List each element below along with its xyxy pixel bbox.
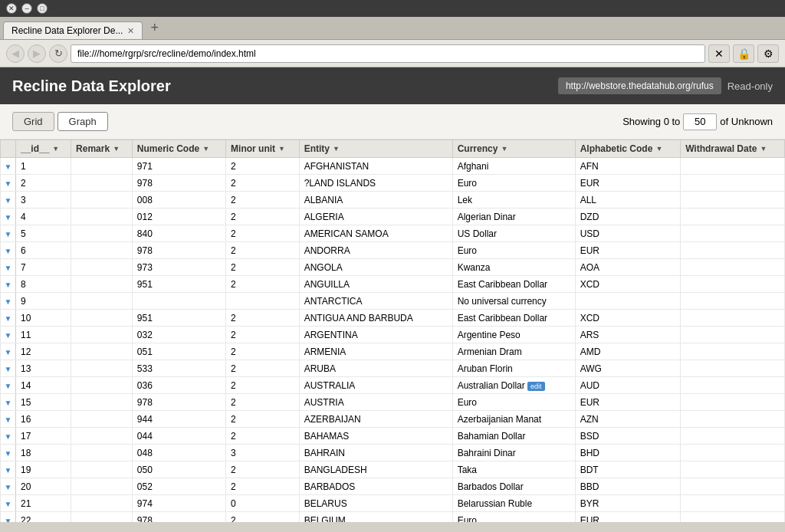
- cell-entity: ARMENIA: [299, 343, 452, 360]
- col-currency-filter-icon[interactable]: ▼: [501, 145, 507, 153]
- row-arrow-icon[interactable]: ▼: [5, 365, 12, 373]
- row-arrow-icon[interactable]: ▼: [5, 281, 12, 289]
- row-expand-cell[interactable]: ▼: [1, 411, 16, 428]
- new-tab-button[interactable]: +: [147, 20, 162, 36]
- header-right: http://webstore.thedatahub.org/rufus Rea…: [558, 77, 773, 94]
- row-expand-cell[interactable]: ▼: [1, 209, 16, 225]
- row-expand-cell[interactable]: ▼: [1, 445, 16, 461]
- row-arrow-icon[interactable]: ▼: [5, 432, 12, 441]
- row-expand-cell[interactable]: ▼: [1, 343, 16, 360]
- cell-numeric-code: 978: [132, 175, 225, 192]
- row-expand-cell[interactable]: ▼: [1, 276, 16, 293]
- table-row: ▼ 22 978 2 BELGIUM Euro EUR: [1, 512, 785, 523]
- cell-numeric-code: 048: [132, 445, 225, 461]
- row-arrow-icon[interactable]: ▼: [5, 415, 12, 424]
- row-expand-cell[interactable]: ▼: [1, 478, 16, 495]
- row-expand-cell[interactable]: ▼: [1, 175, 16, 192]
- forward-button[interactable]: ▶: [28, 44, 46, 63]
- row-expand-cell[interactable]: ▼: [1, 428, 16, 445]
- row-expand-cell[interactable]: ▼: [1, 293, 16, 310]
- settings-icon[interactable]: ⚙: [757, 44, 779, 63]
- graph-button[interactable]: Graph: [57, 112, 108, 131]
- row-arrow-icon[interactable]: ▼: [5, 213, 12, 222]
- col-header-numeric-code[interactable]: Numeric Code ▼: [132, 140, 225, 158]
- data-url-display: http://webstore.thedatahub.org/rufus: [558, 77, 721, 94]
- edit-badge[interactable]: edit: [527, 382, 545, 391]
- tab-close-button[interactable]: ✕: [127, 26, 134, 36]
- row-expand-cell[interactable]: ▼: [1, 377, 16, 394]
- col-header-currency[interactable]: Currency ▼: [452, 140, 575, 158]
- row-arrow-icon[interactable]: ▼: [5, 297, 12, 306]
- minimize-button[interactable]: –: [21, 3, 32, 14]
- grid-button[interactable]: Grid: [12, 112, 54, 131]
- row-arrow-icon[interactable]: ▼: [5, 517, 12, 523]
- row-expand-cell[interactable]: ▼: [1, 327, 16, 343]
- cell-currency: No universal currency: [452, 293, 575, 310]
- close-button[interactable]: ✕: [6, 3, 17, 14]
- url-input[interactable]: [71, 44, 705, 63]
- cell-id: 13: [16, 360, 71, 377]
- cell-entity: AUSTRIA: [299, 394, 452, 411]
- cell-alpha-code: BBD: [575, 478, 680, 495]
- maximize-button[interactable]: □: [37, 3, 48, 14]
- row-expand-cell[interactable]: ▼: [1, 495, 16, 512]
- extensions-button[interactable]: ✕: [708, 44, 730, 63]
- cell-currency: Euro: [452, 512, 575, 523]
- page-size-input[interactable]: [683, 113, 717, 130]
- row-arrow-icon[interactable]: ▼: [5, 314, 12, 323]
- row-arrow-icon[interactable]: ▼: [5, 230, 12, 238]
- cell-minor-unit: 2: [226, 377, 300, 394]
- row-arrow-icon[interactable]: ▼: [5, 196, 12, 205]
- security-icon[interactable]: 🔒: [733, 44, 754, 63]
- row-arrow-icon[interactable]: ▼: [5, 382, 12, 390]
- cell-remark: [71, 478, 133, 495]
- col-header-id[interactable]: __id__ ▼: [16, 140, 71, 158]
- col-entity-filter-icon[interactable]: ▼: [333, 145, 340, 153]
- row-arrow-icon[interactable]: ▼: [5, 348, 12, 356]
- col-remark-filter-icon[interactable]: ▼: [113, 145, 120, 153]
- col-currency-label: Currency: [458, 143, 498, 154]
- row-arrow-icon[interactable]: ▼: [5, 449, 12, 458]
- cell-alpha-code: AOA: [575, 259, 680, 276]
- row-expand-cell[interactable]: ▼: [1, 259, 16, 276]
- cell-entity: ANGUILLA: [299, 276, 452, 293]
- row-expand-cell[interactable]: ▼: [1, 360, 16, 377]
- row-expand-cell[interactable]: ▼: [1, 461, 16, 478]
- reload-button[interactable]: ↻: [49, 44, 67, 63]
- table-row: ▼ 21 974 0 BELARUS Belarussian Ruble BYR: [1, 495, 785, 512]
- cell-entity: BELARUS: [299, 495, 452, 512]
- col-header-alpha-code[interactable]: Alphabetic Code ▼: [575, 140, 680, 158]
- col-withdrawal-date-filter-icon[interactable]: ▼: [760, 145, 767, 153]
- cell-entity: AZERBAIJAN: [299, 411, 452, 428]
- cell-entity: ARGENTINA: [299, 327, 452, 343]
- cell-alpha-code: AFN: [575, 158, 680, 175]
- row-arrow-icon[interactable]: ▼: [5, 466, 12, 475]
- row-arrow-icon[interactable]: ▼: [5, 399, 12, 407]
- col-id-filter-icon[interactable]: ▼: [52, 145, 59, 153]
- row-expand-cell[interactable]: ▼: [1, 158, 16, 175]
- back-button[interactable]: ◀: [6, 44, 25, 63]
- row-arrow-icon[interactable]: ▼: [5, 500, 12, 508]
- col-header-minor-unit[interactable]: Minor unit ▼: [226, 140, 300, 158]
- col-header-entity[interactable]: Entity ▼: [299, 140, 452, 158]
- col-header-withdrawal-date[interactable]: Withdrawal Date ▼: [681, 140, 785, 158]
- row-expand-cell[interactable]: ▼: [1, 192, 16, 209]
- row-arrow-icon[interactable]: ▼: [5, 163, 12, 171]
- row-expand-cell[interactable]: ▼: [1, 225, 16, 242]
- row-arrow-icon[interactable]: ▼: [5, 483, 12, 491]
- row-arrow-icon[interactable]: ▼: [5, 264, 12, 272]
- col-alpha-code-filter-icon[interactable]: ▼: [655, 145, 662, 153]
- row-expand-cell[interactable]: ▼: [1, 310, 16, 327]
- cell-currency: Armenian Dram: [452, 343, 575, 360]
- row-expand-cell[interactable]: ▼: [1, 512, 16, 523]
- col-header-remark[interactable]: Remark ▼: [71, 140, 133, 158]
- row-arrow-icon[interactable]: ▼: [5, 179, 12, 188]
- cell-entity: ?LAND ISLANDS: [299, 175, 452, 192]
- row-arrow-icon[interactable]: ▼: [5, 247, 12, 255]
- col-numeric-code-filter-icon[interactable]: ▼: [202, 145, 209, 153]
- row-expand-cell[interactable]: ▼: [1, 242, 16, 259]
- col-minor-unit-filter-icon[interactable]: ▼: [278, 145, 285, 153]
- browser-tab[interactable]: Recline Data Explorer De... ✕: [3, 21, 143, 39]
- row-expand-cell[interactable]: ▼: [1, 394, 16, 411]
- row-arrow-icon[interactable]: ▼: [5, 331, 12, 340]
